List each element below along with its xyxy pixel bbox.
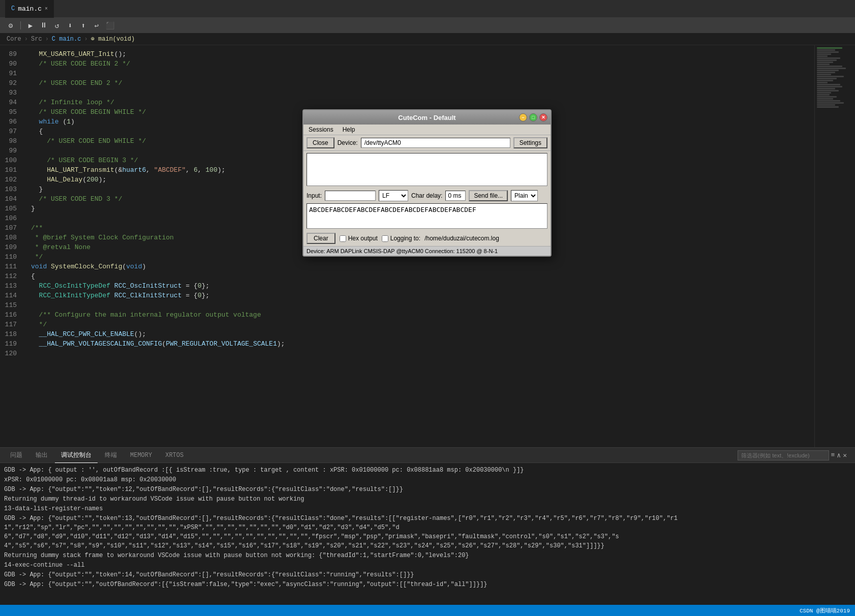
log-line: 13-data-list-register-names [4,504,851,513]
modal-bottom-row: Clear Hex output Logging to: /home/duduz… [303,231,551,246]
minimap [814,45,855,447]
modal-plain-select[interactable]: Plain Hex [511,190,538,201]
serial-data: ABCDEFABCDEFABCDEFABCDEFABCDEFABCDEFABCD… [309,206,476,213]
modal-status-text: Device: ARM DAPLink CMSIS-DAP @ttyACM0 C… [307,248,498,254]
breadcrumb-src[interactable]: Src [31,36,42,43]
modal-logging-label: Logging to: [390,235,420,242]
modal-close-button[interactable]: Close [307,137,334,148]
modal-device-input[interactable] [361,138,510,148]
modal-title: CuteCom - Default [303,114,551,121]
tab-xrtos[interactable]: XRTOS [159,448,190,463]
modal-status-bar: Device: ARM DAPLink CMSIS-DAP @ttyACM0 C… [303,246,551,256]
modal-titlebar: CuteCom - Default – □ ✕ [303,110,551,125]
modal-top-output [307,153,547,186]
modal-char-delay-label: Char delay: [411,192,442,199]
c-file-icon: C [11,5,15,12]
step-over-btn[interactable]: ⬇ [65,20,76,31]
breadcrumb-function[interactable]: ⊕ main(void) [91,35,135,43]
modal-settings-button[interactable]: Settings [513,137,547,148]
debug-console-content: GDB -> App: { output : '', outOfBandReco… [0,463,855,590]
filter-row: ≡ ∧ ✕ [734,450,851,460]
modal-logging-path: /home/duduzai/cutecom.log [424,235,499,242]
modal-menubar: Sessions Help [303,125,551,135]
log-line: GDB -> App: {"output":"","outOfBandRecor… [4,580,851,589]
step-out-btn[interactable]: ↩ [91,20,102,31]
editor-toolbar: ⚙ ▶ ⏸ ↺ ⬇ ⬆ ↩ ⬛ [0,18,855,33]
modal-hex-output-label[interactable]: Hex output [340,235,378,242]
modal-maximize-btn[interactable]: □ [529,113,537,121]
log-line: xPSR: 0x01000000 pc: 0x08001aa8 msp: 0x2… [4,475,851,484]
step-in-btn[interactable]: ⬆ [78,20,89,31]
log-line: mi2.status = running [4,590,851,590]
modal-input-row: Input: LF CR CRLF None Char delay: Send … [303,188,551,203]
breadcrumb-file[interactable]: C main.c [52,36,81,43]
log-line: 14-exec-continue --all [4,561,851,570]
top-bar: C main.c × [0,0,855,18]
tab-problems[interactable]: 问题 [4,448,28,463]
log-line: Returning dummy thread-id to workaround … [4,495,851,504]
settings-toolbar-btn[interactable]: ⚙ [5,20,16,31]
panel-close-icon[interactable]: ✕ [843,451,847,459]
stop-btn[interactable]: ⬛ [104,20,115,31]
log-line: GDB -> App: { output : '', outOfBandReco… [4,466,851,475]
modal-toolbar: Close Device: Settings [303,135,551,151]
breadcrumb: Core › Src › C main.c › ⊕ main(void) [0,33,855,45]
modal-window-controls: – □ ✕ [519,113,547,121]
status-right-text: CSDN @图喵喵2019 [800,607,850,614]
log-line: GDB -> App: {"output":"","token":13,"out… [4,514,851,550]
modal-close-btn[interactable]: ✕ [539,113,547,121]
tab-terminal[interactable]: 终端 [99,448,123,463]
pause-btn[interactable]: ⏸ [38,20,49,31]
tab-output[interactable]: 输出 [29,448,54,463]
breadcrumb-core[interactable]: Core [7,36,21,43]
modal-char-delay-input[interactable] [445,191,466,201]
modal-hex-output-text: Hex output [348,235,378,242]
log-line: GDB -> App: {"output":"","token":12,"out… [4,485,851,494]
restart-btn[interactable]: ↺ [51,20,63,31]
modal-input-field[interactable] [325,191,376,201]
log-line: GDB -> App: {"output":"","token":14,"out… [4,570,851,579]
filter-input[interactable] [738,450,829,460]
cutecom-modal[interactable]: CuteCom - Default – □ ✕ Sessions Help Cl… [302,109,552,257]
line-numbers: 8990919293 9495969798 99100101102103 104… [0,45,23,447]
modal-input-label: Input: [307,192,322,199]
tab-filename: main.c [18,5,42,13]
modal-logging-checkbox-label[interactable]: Logging to: [382,235,420,242]
panel-tabs: 问题 输出 调试控制台 终端 MEMORY XRTOS ≡ ∧ ✕ [0,448,855,463]
run-btn[interactable]: ▶ [25,20,36,31]
bottom-panel: 问题 输出 调试控制台 终端 MEMORY XRTOS ≡ ∧ ✕ GDB ->… [0,447,855,590]
modal-data-output: ABCDEFABCDEFABCDEFABCDEFABCDEFABCDEFABCD… [307,203,547,229]
file-tab[interactable]: C main.c × [5,0,54,18]
tab-debug-console[interactable]: 调试控制台 [55,448,98,463]
tab-memory[interactable]: MEMORY [124,448,158,463]
filter-expand-icon[interactable]: ∧ [837,451,841,459]
modal-send-file-button[interactable]: Send file... [469,190,508,201]
modal-hex-output-checkbox[interactable] [340,235,346,242]
modal-menu-sessions[interactable]: Sessions [307,126,335,134]
log-line: Returning dummy stack frame to workaroun… [4,551,851,560]
modal-device-label: Device: [338,139,358,146]
filter-list-icon[interactable]: ≡ [831,451,835,459]
modal-minimize-btn[interactable]: – [519,113,527,121]
tab-close-icon[interactable]: × [45,6,48,12]
modal-menu-help[interactable]: Help [341,126,357,134]
modal-logging-checkbox[interactable] [382,235,388,242]
toolbar-separator-1 [20,21,21,29]
modal-clear-button[interactable]: Clear [307,233,335,244]
status-bar: CSDN @图喵喵2019 [0,605,855,616]
modal-lf-select[interactable]: LF CR CRLF None [379,190,408,201]
